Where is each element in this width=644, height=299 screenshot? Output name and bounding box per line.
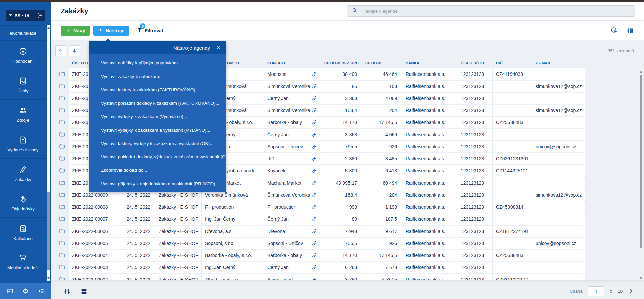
search-input[interactable] <box>361 9 631 14</box>
link-icon[interactable] <box>311 228 317 234</box>
horizontal-scrollbar[interactable] <box>51 280 644 283</box>
tools-menu-item[interactable]: Vystavit výdejky k zakázkám a vyskladnit… <box>89 123 226 137</box>
link-icon[interactable] <box>311 240 317 246</box>
link-icon[interactable] <box>311 252 317 258</box>
sidebar-item-objednavky[interactable]: Objednávky <box>0 188 46 218</box>
tools-menu-item[interactable]: Vystavit výdejky k zakázkám (Vydává se).… <box>89 110 226 123</box>
tools-menu-item[interactable]: Vystavit zakázky k nabídkám... <box>89 69 226 83</box>
folder-icon[interactable] <box>59 240 65 247</box>
sidebar-item-zakazky[interactable]: Zakázky <box>0 159 46 188</box>
tools-menu-item[interactable]: Vystavit pokladní doklady, výdejky k zak… <box>89 150 226 163</box>
link-icon[interactable] <box>311 216 317 222</box>
tools-menu-item[interactable]: Vystavit příjemky k objednávkám a naskla… <box>89 177 226 190</box>
link-icon[interactable] <box>311 277 317 280</box>
columns-settings-icon[interactable] <box>627 27 634 34</box>
link-icon[interactable] <box>311 71 317 77</box>
table-row[interactable]: ZKE-2022-0000524. 5. 2022Zakázky - E-SHO… <box>55 238 585 249</box>
sidebar-item-vydane-doklady[interactable]: Vydané doklady <box>0 129 46 159</box>
column-header-dic[interactable]: DIČ <box>493 61 532 65</box>
folder-icon[interactable] <box>59 179 65 187</box>
tools-button[interactable]: Nástroje <box>93 26 129 36</box>
folder-icon[interactable] <box>59 191 65 199</box>
link-icon[interactable] <box>311 264 317 270</box>
filter-button[interactable]: 0 Filtrovat <box>136 26 163 35</box>
tools-menu-item[interactable]: Vystavit faktury, výdejky k zakázkám a v… <box>89 137 226 150</box>
folder-icon[interactable] <box>59 107 65 114</box>
link-icon[interactable] <box>311 192 317 198</box>
folder-icon[interactable] <box>59 143 65 151</box>
workspace-switcher[interactable]: XX - Te <box>6 10 45 21</box>
table-row[interactable]: ZKE-2022-0000224. 5. 2022Zakázky - E-SHO… <box>55 274 585 280</box>
table-row[interactable]: ZKE-2022-0000824. 5. 2022Zakázky - E-SHO… <box>55 201 585 213</box>
scroll-up-arrow[interactable] <box>47 27 50 29</box>
collapse-menu-icon[interactable] <box>38 288 45 295</box>
scroll-down-arrow[interactable] <box>640 277 642 279</box>
tools-menu-item[interactable]: Zkopírovat doklad do... <box>89 163 226 177</box>
page-number-input[interactable] <box>588 286 604 296</box>
column-header-kontakt[interactable]: KONTAKT <box>264 61 321 65</box>
folder-icon[interactable] <box>59 131 65 139</box>
scroll-down-arrow[interactable] <box>47 277 50 279</box>
cell-nazev-kontaktu: Sopsoni, s r.o. <box>202 238 264 249</box>
sidebar-item-zdroje[interactable]: Zdroje <box>0 100 46 129</box>
folder-icon[interactable] <box>59 155 65 163</box>
link-icon[interactable] <box>311 132 317 138</box>
column-header-celkem-bez-dph[interactable]: CELKEM BEZ DPH <box>321 61 362 65</box>
filter-settings-icon[interactable] <box>63 288 71 295</box>
folder-icon[interactable] <box>59 83 65 90</box>
table-scrollbar-thumb[interactable] <box>640 75 642 248</box>
column-header-banka[interactable]: BANKA <box>402 61 457 65</box>
close-icon[interactable] <box>216 45 221 51</box>
link-icon[interactable] <box>311 119 317 126</box>
folder-icon[interactable] <box>59 95 65 102</box>
logout-icon[interactable] <box>36 12 42 18</box>
sidebar-item-ekomunikace[interactable]: eKomunikace <box>0 25 46 41</box>
handshake-icon <box>18 194 28 203</box>
new-button[interactable]: Nový <box>61 26 90 36</box>
sidebar-item-ukoly[interactable]: Úkoly <box>0 70 46 100</box>
folder-icon[interactable] <box>59 228 65 235</box>
table-row[interactable]: ZKE-2022-0000724. 5. 2022Zakázky - E-SHO… <box>55 213 585 225</box>
link-icon[interactable] <box>311 156 317 162</box>
folder-icon[interactable] <box>59 167 65 175</box>
link-icon[interactable] <box>311 144 317 150</box>
column-header-celkem[interactable]: CELKEM <box>362 61 402 65</box>
folder-icon[interactable] <box>59 252 65 259</box>
cell-banka: Raiffeisenbank a.s. <box>402 141 457 152</box>
sort-down-button[interactable] <box>69 45 80 56</box>
sort-up-button[interactable] <box>55 45 66 56</box>
cell-celkem: 17 145,5 <box>362 250 402 261</box>
column-header-email[interactable]: E - MAIL <box>532 61 585 65</box>
cell-celkem: 103 <box>362 81 402 92</box>
folder-icon[interactable] <box>59 203 65 211</box>
interactive-select-icon[interactable] <box>610 26 619 35</box>
tools-menu-item[interactable]: Vystavit pokladní doklady k zakázkám (FA… <box>89 96 226 110</box>
link-icon[interactable] <box>311 107 317 113</box>
tools-menu-item[interactable]: Vystavit faktury k zakázkám (FAKTUROVÁNO… <box>89 83 226 96</box>
screen-frame-icon[interactable] <box>7 288 14 295</box>
sidebar-item-kalkulace[interactable]: Kalkulace <box>0 218 46 247</box>
sidebar-scrollbar-thumb[interactable] <box>47 192 50 270</box>
table-row[interactable]: ZKE-2022-0000424. 5. 2022Zakázky - E-SHO… <box>55 250 585 261</box>
sidebar-item-hodnoceni[interactable]: Hodnocení <box>0 41 46 70</box>
table-row[interactable]: ZKE-2022-0000624. 5. 2022Zakázky - E-SHO… <box>55 226 585 237</box>
grid-view-icon[interactable] <box>80 288 88 295</box>
folder-icon[interactable] <box>59 119 65 127</box>
sidebar-item-label: Kalkulace <box>13 236 32 241</box>
folder-icon[interactable] <box>59 70 65 78</box>
tools-menu-item[interactable]: Vystavit nabídky k přijatým poptávkám... <box>89 56 226 69</box>
table-row[interactable]: ZKE-2022-0000324. 5. 2022Zakázky - E-SHO… <box>55 262 585 273</box>
column-header-cislo-uctu[interactable]: ČÍSLO ÚČTU <box>457 61 493 65</box>
sidebar-item-mobilni-skladnik[interactable]: Mobilní skladník <box>0 247 46 277</box>
folder-icon[interactable] <box>59 264 65 271</box>
folder-icon[interactable] <box>59 215 65 223</box>
link-icon[interactable] <box>311 204 317 210</box>
gear-icon[interactable]: ⚙ <box>23 288 29 294</box>
scroll-up-arrow[interactable] <box>640 71 642 73</box>
link-icon[interactable] <box>311 95 317 101</box>
next-page-button[interactable] <box>628 288 634 294</box>
link-icon[interactable] <box>311 168 317 174</box>
link-icon[interactable] <box>311 83 317 89</box>
folder-icon[interactable] <box>59 276 65 280</box>
link-icon[interactable] <box>311 180 317 186</box>
